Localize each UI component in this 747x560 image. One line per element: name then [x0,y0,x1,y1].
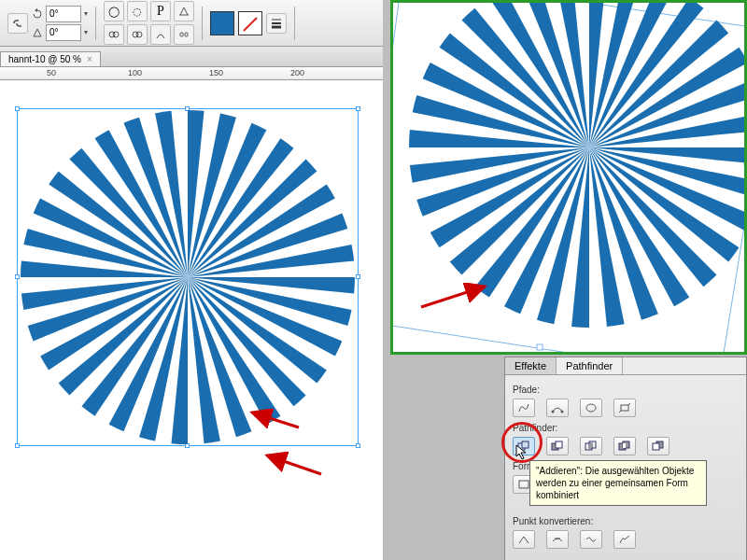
tab-effects[interactable]: Effekte [505,357,557,374]
lasso-icon[interactable]: ◯ [104,1,124,21]
ruler-tick: 200 [290,68,304,77]
preview-pane [390,0,747,355]
svg-line-10 [252,413,299,427]
smooth-point-button[interactable] [546,530,569,549]
top-toolbar: ▾ ▾ ◯ ◌ P [0,0,383,47]
separator [95,7,96,40]
panel-body: Pfade: Pathfinder: Form konvertieren: "A… [505,375,746,560]
label-convert-point: Punkt konvertieren: [513,516,739,526]
ruler-tick: 100 [128,68,142,77]
sunburst-artwork[interactable] [17,108,359,446]
exclude-shapes-button[interactable] [613,437,636,455]
paragraph-icon[interactable]: P [150,1,171,21]
arrow-annotation [417,283,492,311]
cusp-point-button[interactable] [613,530,636,549]
angle-inputs: ▾ ▾ [32,6,88,41]
svg-point-19 [561,411,564,413]
ruler-tick: 150 [209,68,223,77]
sunburst-preview [407,0,747,329]
close-path-button[interactable] [580,399,602,417]
panel-tabs: Effekte Pathfinder [505,357,746,375]
convert-shape-row: "Addieren": Die ausgewählten Objekte wer… [513,473,739,496]
document-tab[interactable]: hannt-10 @ 50 % × [0,51,101,66]
pathfinder-row [513,435,739,457]
dropdown-icon[interactable]: ▾ [84,9,88,18]
subtract-shapes-button[interactable] [546,437,569,455]
svg-rect-5 [180,33,183,36]
paths-row [513,397,739,419]
workspace-left: ▾ ▾ ◯ ◌ P hannt-10 @ 50 % × [0,0,383,560]
rotation-angle-input[interactable] [46,6,81,22]
link2-icon[interactable] [174,24,194,45]
stroke-weight-icon[interactable] [266,13,287,34]
svg-rect-33 [653,443,659,450]
arrow-annotation [247,409,303,431]
svg-point-20 [586,404,596,412]
convert-point-row [513,528,739,551]
stroke-none-swatch[interactable] [238,11,262,35]
svg-line-11 [267,455,321,474]
separator [294,7,295,40]
svg-rect-25 [556,441,562,448]
label-paths: Pfade: [513,385,739,395]
align-icon[interactable] [174,1,194,21]
corner-point-button[interactable] [513,530,535,549]
weld-icon[interactable] [104,24,124,45]
ruler-tick: 50 [47,68,56,77]
join-path-button[interactable] [513,399,535,417]
separator [202,7,203,40]
canvas[interactable] [0,80,383,560]
intersect-shapes-button[interactable] [580,437,602,455]
intersect-icon[interactable] [127,24,148,45]
tooltip: "Addieren": Die ausgewählten Objekte wer… [529,460,707,506]
svg-point-18 [552,411,555,413]
bezier-icon[interactable] [150,24,171,45]
dropdown-icon[interactable]: ▾ [84,28,88,36]
close-icon[interactable]: × [87,54,92,64]
rotate-icon [32,8,43,20]
arrow-annotation [261,452,327,478]
svg-rect-23 [522,441,529,448]
svg-rect-21 [621,405,628,411]
tool-grid: ◯ ◌ P [104,1,194,45]
symmetric-point-button[interactable] [580,530,602,549]
svg-rect-34 [519,481,529,488]
horizontal-ruler: 50 100 150 200 [0,67,383,80]
minus-back-button[interactable] [647,437,669,455]
add-shapes-button[interactable] [513,437,535,455]
svg-rect-16 [537,344,543,350]
tab-pathfinder[interactable]: Pathfinder [557,357,623,374]
open-path-button[interactable] [546,399,569,417]
svg-rect-31 [623,443,626,448]
reverse-path-button[interactable] [613,399,636,417]
label-pathfinder: Pathfinder: [513,423,739,433]
fill-color-swatch[interactable] [210,11,234,35]
svg-point-2 [113,32,119,37]
svg-point-4 [136,32,142,37]
link-icon[interactable] [7,13,28,34]
document-tab-title: hannt-10 @ 50 % [8,54,81,64]
document-tabs: hannt-10 @ 50 % × [0,47,383,67]
pathfinder-panel: Effekte Pathfinder Pfade: Pathfinder: Fo… [504,357,747,560]
svg-line-17 [421,287,485,307]
oval-dotted-icon[interactable]: ◌ [127,1,148,21]
shear-angle-input[interactable] [46,24,81,41]
svg-rect-28 [589,443,592,448]
svg-rect-6 [185,33,188,36]
shear-icon [32,27,43,38]
